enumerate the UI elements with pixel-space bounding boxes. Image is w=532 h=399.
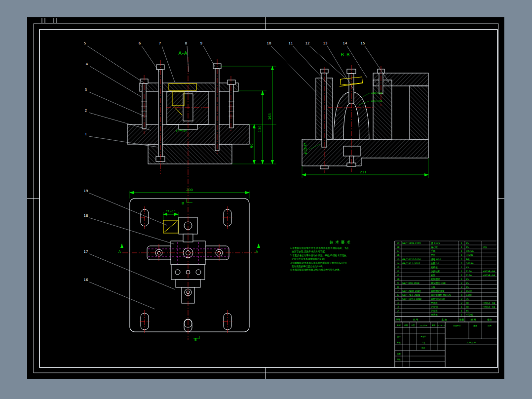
tb-sign: 签名 [432, 324, 435, 326]
tb-audit: 审核 [397, 341, 401, 344]
balloon-16: 16 [84, 278, 88, 282]
parts-row-cell: 8 [397, 286, 399, 288]
parts-row-cell: 9 [397, 282, 399, 284]
parts-row-cell: 1 [397, 314, 399, 316]
tech-lines: 1.装配前检查各零件尺寸,所有零件表面不得有毛刺、飞边、 油污等缺陷,清洗干净后… [290, 246, 392, 272]
tech-line: 面对底面的平行度公差为0.02; [290, 265, 392, 268]
balloon-13: 13 [323, 41, 328, 45]
parts-row-cell: 1 [461, 306, 462, 308]
tb-date: 年、月、日 [437, 324, 445, 326]
balloon-5: 5 [84, 41, 86, 45]
parts-row-cell: Q235A [466, 250, 474, 252]
plan-dim-37: 37±0.1 [166, 210, 176, 213]
balloon-14: 14 [343, 41, 347, 45]
parts-row-cell: 65Mn [466, 290, 472, 292]
parts-row-cell: 1 [461, 310, 462, 312]
parts-row-cell: 45 [466, 242, 469, 244]
tb-sheets: 共 张 第 张 [467, 341, 476, 344]
tb-trace: 描图 [397, 353, 401, 355]
parts-row-cell: 1 [461, 266, 462, 269]
tb-count: 处数 [404, 324, 408, 326]
parts-row-cell: 1 [461, 274, 462, 277]
balloon-2: 2 [85, 109, 87, 113]
parts-row-cell: 2 [461, 290, 462, 292]
parts-row-cell: GB/T 2089-2009 [402, 290, 421, 292]
parts-row-cell: 2 [461, 258, 462, 261]
tb-zone: 分区 [411, 324, 415, 326]
parts-row-cell: 钻套螺钉 [431, 278, 440, 280]
balloon-11: 11 [289, 41, 293, 45]
balloon-12: 12 [305, 41, 310, 45]
tb-scale: 比例 [488, 324, 492, 327]
parts-row-cell: 15 [397, 258, 400, 261]
parts-row-cell: 2 [461, 298, 462, 300]
parts-row-cell: 1 [461, 254, 462, 256]
balloon-19: 19 [84, 189, 88, 193]
bb-arm-support [410, 86, 428, 139]
balloon-9: 9 [200, 41, 202, 45]
tb-approve: 批准 [421, 347, 425, 349]
mark-b-bottom: B [194, 338, 197, 342]
parts-row-cell: T8 [465, 306, 469, 308]
aa-dim-130: 130 [258, 125, 262, 132]
parts-row-cell: 45 [466, 266, 469, 269]
parts-row-cell: 内六角螺钉 M8×25 [431, 293, 451, 296]
parts-row-cell: 10 [397, 278, 400, 280]
parts-row-cell: HRC55~60 [483, 302, 495, 304]
parts-row-cell: 4 [397, 302, 399, 304]
balloon-3: 3 [85, 88, 87, 92]
parts-row-cell: T10A [465, 274, 472, 277]
tb-weight: 重量 [473, 324, 477, 327]
parts-row-cell: 45 [466, 282, 469, 284]
parts-row-cell: HRC58~64 [483, 270, 495, 273]
parts-row-cell: 手柄 [431, 249, 436, 253]
tech-line: 3.钻套轴线对夹具体安装底面的垂直度公差为0.02,定位 [290, 261, 392, 265]
parts-row-cell: 3 [397, 306, 399, 308]
parts-row-cell: 8级 [466, 258, 470, 261]
bb-fit-1: φ40H7/g6 [371, 92, 382, 94]
parts-row-cell: GB/T 1096-1999 [402, 242, 421, 244]
balloon-1: 1 [85, 132, 87, 136]
parts-row-cell: HRC55~60 [483, 306, 495, 308]
tech-line: 定位元件与夹具体接触贴合良好; [290, 257, 392, 261]
section-bb-label: B-B [341, 52, 350, 57]
balloon-8: 8 [185, 41, 187, 45]
parts-row-cell: 18 [397, 246, 400, 248]
parts-row-cell: 11 [397, 274, 400, 277]
parts-row-cell: 1 [461, 246, 462, 248]
parts-row-cell: 夹具体 [431, 314, 438, 316]
parts-row-cell: GB/T 6170-2000 [402, 258, 421, 261]
parts-row-cell: 45 [466, 286, 469, 288]
balloon-15: 15 [361, 41, 365, 45]
parts-row-cell: 35 [466, 298, 469, 300]
parts-row-cell: 压板 [430, 286, 436, 288]
parts-row-cell: 2 [461, 282, 462, 284]
bb-fit-2: φ25H7/g6 [371, 100, 382, 102]
tech-line: 4.夹具装配后须经检验,试钻合格后方可投入使用。 [290, 268, 392, 272]
parts-row-cell: 2 [461, 302, 462, 304]
parts-row-cell: 圆柱销 6×30 [431, 297, 445, 301]
parts-row-cell: 2 [461, 286, 462, 288]
cad-drawing-canvas[interactable]: A-A [0, 0, 532, 399]
balloon-18: 18 [84, 214, 88, 218]
parts-row-cell: 淬火 [483, 246, 488, 248]
tech-title: 技术要求 [290, 240, 392, 245]
parts-row-cell: 螺母 M10 [431, 258, 441, 261]
parts-row-cell: GB/T 70.1-2000 [402, 294, 420, 296]
mark-b-top: B [182, 201, 184, 205]
parts-row-cell: T10A [465, 270, 472, 273]
parts-row-cell: 双头螺柱 M10 [431, 281, 446, 284]
parts-col-code: 代 号 [413, 319, 418, 321]
section-aa-label: A-A [178, 50, 188, 56]
parts-row-cell: GB/T 97.1-2002 [402, 262, 420, 265]
balloon-4: 4 [86, 62, 88, 66]
tb-standard: 标准化 [420, 335, 426, 338]
parts-row-cell: 14 [397, 262, 400, 265]
parts-row-cell: 垫圈 10 [431, 262, 439, 265]
parts-row-cell: 17 [397, 250, 400, 252]
tech-line: 油污等缺陷,清洗干净后方可装配; [290, 250, 392, 253]
tb-design: 设计 [397, 335, 401, 338]
technical-requirements: 技术要求 1.装配前检查各零件尺寸,所有零件表面不得有毛刺、飞边、 油污等缺陷,… [290, 240, 392, 272]
parts-row-cell: 1 [461, 270, 462, 273]
parts-row-cell: GB/T 898-1988 [402, 282, 419, 284]
